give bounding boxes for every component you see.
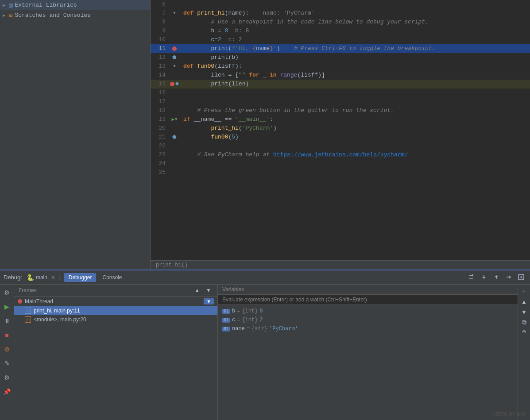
line-code[interactable]: print(llen) bbox=[180, 80, 530, 89]
line-number: 24 bbox=[151, 159, 169, 168]
line-number: 13 bbox=[151, 62, 169, 71]
breadcrumb-text: print_hi() bbox=[156, 262, 188, 268]
debug-side-toolbar: ⚙ ▶ ⏸ ■ ⊘ ✎ ⚙ 📌 bbox=[0, 285, 14, 420]
eval-expression-input[interactable]: Evaluate expression (Enter) or add a wat… bbox=[218, 295, 518, 305]
line-number: 10 bbox=[151, 35, 169, 44]
variable-b[interactable]: 01 b = {int} 8 bbox=[218, 307, 518, 316]
resume-button[interactable]: ▶ bbox=[1, 301, 13, 313]
copy-button[interactable]: ⧉ bbox=[520, 318, 528, 327]
code-area[interactable]: 6 7 ▼ def print_hi(name): name: 'PyCharm… bbox=[151, 0, 530, 260]
debug-main-tab-name: main bbox=[36, 274, 47, 281]
breakpoint-icon[interactable] bbox=[172, 46, 177, 51]
add-watch-button[interactable]: + bbox=[520, 286, 528, 296]
evaluate-expr-button[interactable]: ⊕ bbox=[520, 328, 528, 335]
sidebar-item-label: External Libraries bbox=[15, 2, 77, 8]
line-gutter: ▼ bbox=[169, 62, 180, 71]
thread-expand-button[interactable]: ▼ bbox=[204, 298, 214, 304]
line-number: 21 bbox=[151, 133, 169, 142]
thread-dot bbox=[18, 299, 22, 304]
pause-button[interactable]: ⏸ bbox=[1, 315, 13, 327]
frames-list: MainThread ▼ fn print_hi, main.py:11 m <… bbox=[14, 297, 217, 420]
code-line-6: 6 bbox=[151, 0, 530, 9]
bookmark-icon-2[interactable]: ⬟ bbox=[175, 80, 179, 89]
line-code[interactable]: print(b) bbox=[180, 53, 530, 62]
pin-button[interactable]: 📌 bbox=[1, 385, 13, 398]
line-code[interactable]: if __name__ == '__main__': bbox=[180, 115, 530, 124]
run-to-cursor-icon[interactable] bbox=[503, 272, 514, 283]
line-gutter: ⬟ bbox=[169, 133, 180, 142]
sidebar-item-scratches[interactable]: ▶ ⊞ Scratches and Consoles bbox=[0, 10, 150, 20]
variables-header: Variables bbox=[218, 285, 518, 295]
line-number: 23 bbox=[151, 150, 169, 159]
line-number: 11 bbox=[151, 44, 169, 53]
variable-c[interactable]: 01 c = {int} 2 bbox=[218, 316, 518, 324]
sidebar-item-external-libraries[interactable]: ▶ ▤ External Libraries bbox=[0, 0, 150, 10]
line-gutter: ▶▼ bbox=[169, 115, 180, 124]
step-over-icon[interactable] bbox=[466, 272, 477, 283]
step-into-icon[interactable] bbox=[479, 272, 489, 283]
mute-breakpoints-button[interactable]: ⊘ bbox=[1, 343, 13, 355]
scroll-up-button[interactable]: ▲ bbox=[519, 297, 529, 306]
code-line-22: 22 bbox=[151, 142, 530, 150]
line-number: 9 bbox=[151, 27, 169, 35]
var-value-c: 2 bbox=[259, 317, 263, 323]
var-type-badge-name: 01 bbox=[222, 327, 230, 331]
var-value-b: 8 bbox=[259, 308, 263, 314]
bookmark-icon[interactable]: ⬟ bbox=[172, 53, 177, 62]
line-number: 6 bbox=[151, 0, 169, 9]
frames-header: Frames ▲ ▼ bbox=[14, 285, 217, 297]
line-code[interactable]: # See PyCharm help at https://www.jetbra… bbox=[180, 150, 530, 159]
line-code[interactable]: b = 8 b: 8 bbox=[180, 27, 530, 35]
line-number: 14 bbox=[151, 71, 169, 80]
scroll-down-button[interactable]: ▼ bbox=[519, 308, 529, 316]
frames-up-button[interactable]: ▲ bbox=[193, 286, 201, 294]
debug-toolbar: Debug: 🐍 main ✕ | Debugger Console bbox=[0, 270, 530, 285]
debugger-tab[interactable]: Debugger bbox=[64, 273, 97, 282]
breakpoint-icon[interactable] bbox=[170, 82, 174, 86]
var-name-b: b bbox=[232, 308, 235, 314]
line-code[interactable]: # Use a breakpoint in the code line belo… bbox=[180, 18, 530, 27]
arrow-icon-scratches: ▶ bbox=[3, 13, 9, 18]
bookmark-icon-3[interactable]: ⬟ bbox=[172, 133, 177, 142]
line-code[interactable]: fun00(5) bbox=[180, 133, 530, 142]
line-number: 17 bbox=[151, 97, 169, 106]
var-type-badge-c: 01 bbox=[222, 318, 230, 323]
line-code[interactable]: print(f'Hi, {name}') # Press Ctrl+F8 to … bbox=[180, 44, 530, 53]
var-eq-name: = bbox=[247, 326, 250, 332]
console-tab[interactable]: Console bbox=[98, 273, 126, 282]
variables-side-toolbar: + ▲ ▼ ⧉ ⊕ bbox=[518, 285, 530, 420]
frame-item-2[interactable]: m <module>, main.py:20 bbox=[14, 315, 217, 324]
evaluate-icon[interactable] bbox=[516, 272, 526, 283]
code-line-9: 9 b = 8 b: 8 bbox=[151, 27, 530, 35]
frames-label: Frames bbox=[19, 287, 37, 293]
code-line-24: 24 bbox=[151, 159, 530, 168]
settings-button[interactable]: ⚙ bbox=[1, 286, 13, 299]
line-code[interactable]: def print_hi(name): name: 'PyCharm' bbox=[180, 9, 530, 18]
line-code[interactable]: llen = ["" for _ in range(lisff)] bbox=[180, 71, 530, 80]
gear-button[interactable]: ⚙ bbox=[1, 371, 13, 384]
frame-fn-icon: fn bbox=[25, 308, 31, 314]
frame-1-label: print_hi, main.py:11 bbox=[34, 308, 214, 314]
debug-tab-close[interactable]: ✕ bbox=[51, 274, 55, 281]
variable-name[interactable]: 01 name = {str} 'PyCharm' bbox=[218, 324, 518, 333]
collapse-icon[interactable]: ▼ bbox=[173, 9, 175, 18]
line-code[interactable]: print_hi('PyCharm') bbox=[180, 124, 530, 133]
frame-item-1[interactable]: fn print_hi, main.py:11 bbox=[14, 306, 217, 315]
var-type-badge-b: 01 bbox=[222, 309, 230, 314]
thread-name: MainThread bbox=[25, 298, 201, 304]
collapse-icon-2[interactable]: ▼ bbox=[175, 115, 177, 124]
line-code[interactable]: c=2 c: 2 bbox=[180, 35, 530, 44]
step-out-icon[interactable] bbox=[491, 272, 502, 283]
line-code[interactable]: # Press the green button in the gutter t… bbox=[180, 106, 530, 115]
line-number: 22 bbox=[151, 142, 169, 150]
code-line-20: 20 print_hi('PyCharm') bbox=[151, 124, 530, 133]
line-number: 25 bbox=[151, 168, 169, 177]
run-icon[interactable]: ▶ bbox=[171, 115, 174, 124]
stop-button[interactable]: ■ bbox=[1, 329, 13, 341]
frames-down-button[interactable]: ▼ bbox=[204, 286, 213, 294]
line-code[interactable]: def fun00(lisff): bbox=[180, 62, 530, 71]
edit-button[interactable]: ✎ bbox=[1, 357, 13, 370]
collapse-icon[interactable]: ▼ bbox=[173, 62, 175, 71]
var-name-c: c bbox=[232, 317, 235, 323]
python-icon: 🐍 bbox=[27, 274, 34, 281]
